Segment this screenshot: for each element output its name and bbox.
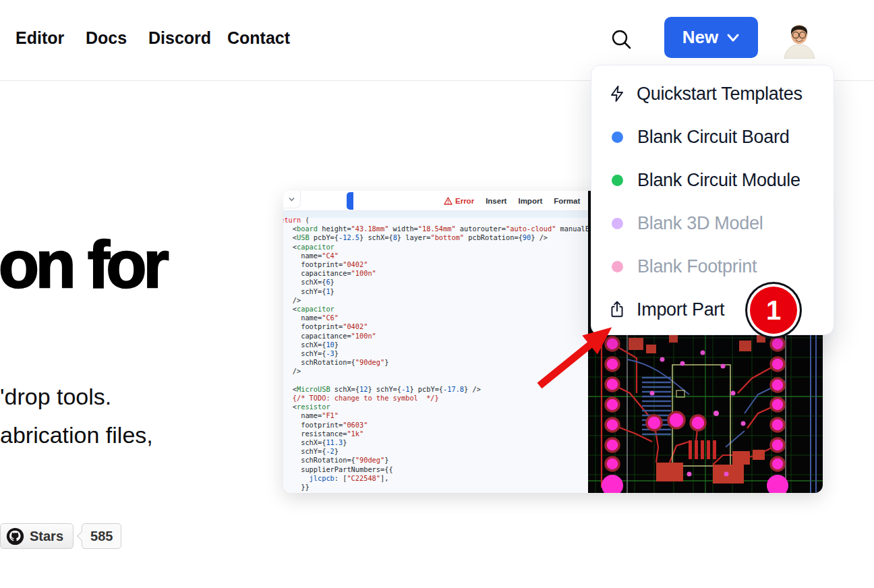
github-stars-label: Stars	[30, 529, 63, 544]
hero-paragraph-line-1: 'drop tools.	[0, 378, 153, 416]
menu-item-blank-circuit-module[interactable]: Blank Circuit Module	[591, 158, 834, 202]
editor-menu-format[interactable]: Format	[554, 197, 580, 205]
hero-heading-clipped: on for	[0, 231, 166, 298]
chevron-down-icon	[289, 197, 295, 202]
count-bubble-notch	[77, 531, 86, 541]
editor-menu-import[interactable]: Import	[518, 197, 542, 205]
menu-item-label: Blank Circuit Board	[637, 127, 789, 148]
run-button-partial[interactable]	[347, 192, 353, 210]
step-badge-number: 1	[766, 295, 781, 326]
code-content: return ( <board height="43.18mm" width="…	[283, 216, 588, 493]
editor-toolbar: Error Insert Import Format	[283, 191, 588, 211]
editor-menu-error[interactable]: Error	[444, 197, 474, 205]
menu-item-quickstart-templates[interactable]: Quickstart Templates	[591, 72, 834, 115]
menu-item-label: Quickstart Templates	[637, 84, 803, 105]
new-dropdown-menu: Quickstart Templates Blank Circuit Board…	[591, 65, 834, 335]
chevron-down-icon	[726, 33, 740, 42]
github-stars-widget: Stars 585	[0, 523, 121, 549]
magnifier-glyph	[610, 28, 633, 51]
menu-item-label: Blank 3D Model	[637, 213, 763, 234]
editor-menu: Error Insert Import Format	[444, 191, 580, 211]
hero-paragraph-line-2: abrication files,	[0, 416, 153, 454]
purple-dot-icon	[612, 218, 623, 229]
menu-item-label: Blank Footprint	[637, 256, 757, 277]
hero-paragraph: 'drop tools. abrication files,	[0, 378, 153, 454]
menu-item-label: Import Part	[637, 299, 724, 320]
blue-dot-icon	[612, 131, 623, 143]
nav-link-contact[interactable]: Contact	[227, 28, 290, 48]
menu-item-blank-circuit-board[interactable]: Blank Circuit Board	[591, 115, 834, 158]
new-button-label: New	[682, 27, 718, 48]
menu-item-blank-3d-model[interactable]: Blank 3D Model	[591, 202, 834, 245]
upload-icon	[608, 300, 626, 319]
new-button[interactable]: New	[664, 17, 758, 58]
menu-item-blank-footprint[interactable]: Blank Footprint	[591, 245, 834, 288]
menu-item-import-part[interactable]: Import Part	[591, 288, 834, 331]
step-badge-1: 1	[750, 287, 797, 334]
github-stars-count-value: 585	[90, 529, 113, 544]
nav-link-editor[interactable]: Editor	[16, 28, 64, 48]
github-stars-button[interactable]: Stars	[0, 523, 74, 549]
github-stars-count[interactable]: 585	[82, 523, 121, 549]
avatar-photo	[780, 20, 818, 59]
search-icon[interactable]	[608, 26, 635, 53]
warning-icon	[444, 197, 453, 205]
editor-menu-error-label: Error	[455, 197, 474, 205]
pink-dot-icon	[612, 261, 623, 272]
green-dot-icon	[612, 175, 623, 186]
editor-collapse-tab[interactable]	[283, 191, 301, 208]
editor-menu-insert[interactable]: Insert	[486, 197, 506, 205]
nav-link-docs[interactable]: Docs	[86, 28, 127, 48]
code-editor-area[interactable]: return ( <board height="43.18mm" width="…	[283, 211, 588, 493]
github-icon	[6, 527, 24, 546]
avatar[interactable]	[780, 20, 818, 59]
nav-link-discord[interactable]: Discord	[148, 28, 211, 48]
zap-icon	[608, 84, 626, 103]
menu-item-label: Blank Circuit Module	[637, 170, 800, 191]
